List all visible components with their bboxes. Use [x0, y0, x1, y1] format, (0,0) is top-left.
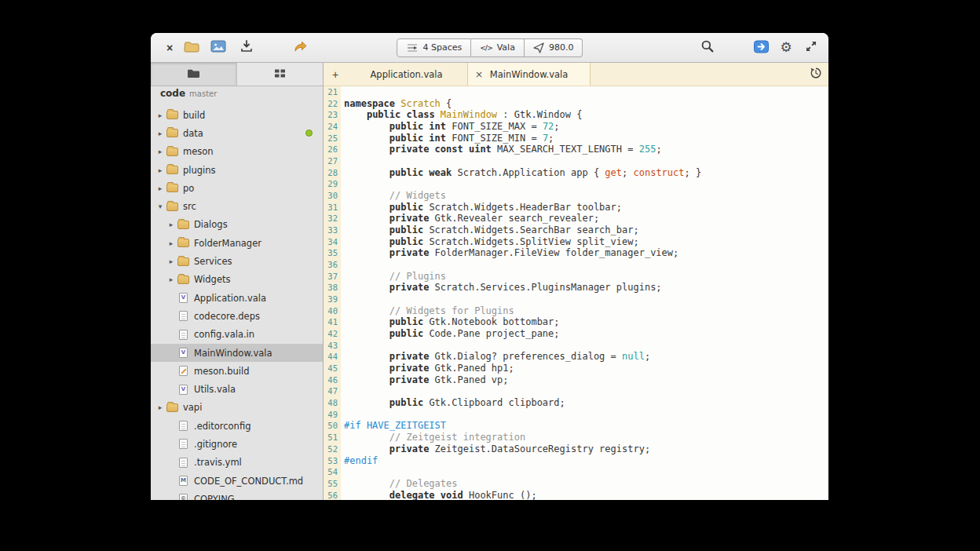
chevron-right-icon[interactable]: ▸	[155, 148, 165, 155]
chevron-down-icon[interactable]: ▾	[155, 203, 165, 210]
save-as-button[interactable]	[236, 37, 258, 58]
chevron-right-icon[interactable]: ▸	[155, 166, 165, 174]
build-file-icon	[179, 366, 188, 376]
code-text: public Gtk.Clipboard clipboard;	[341, 397, 565, 409]
line-number: 33	[324, 224, 341, 236]
chevron-right-icon[interactable]: ▸	[155, 111, 165, 119]
code-line: 23 public class MainWindow : Gtk.Window …	[324, 109, 828, 121]
settings-button[interactable]: ⚙	[775, 37, 797, 58]
tree-item--travis-yml[interactable]: .travis.yml	[151, 454, 323, 472]
code-line: 47	[324, 385, 828, 397]
chevron-right-icon[interactable]: ▸	[166, 221, 176, 228]
line-number: 54	[324, 466, 341, 478]
code-view[interactable]: 2122namespace Scratch {23 public class M…	[324, 86, 828, 500]
text-file-icon	[179, 439, 188, 449]
tree-item-services[interactable]: ▸Services	[151, 252, 323, 270]
save-download-icon	[240, 39, 254, 56]
photo-icon	[210, 40, 226, 55]
sidebar: code master ▸build▸data▸meson▸plugins▸po…	[151, 63, 324, 500]
folder-icon	[177, 276, 189, 284]
tree-item-build[interactable]: ▸build	[151, 106, 323, 124]
tree-item--editorconfig[interactable]: .editorconfig	[151, 417, 323, 435]
close-button[interactable]: ×	[159, 37, 181, 58]
chevron-right-icon[interactable]: ▸	[155, 184, 165, 192]
tree-item-application-vala[interactable]: VApplication.vala	[151, 289, 323, 307]
export-button[interactable]	[750, 37, 772, 58]
chevron-right-icon[interactable]: ▸	[166, 276, 176, 283]
tree-item-widgets[interactable]: ▸Widgets	[151, 271, 323, 289]
code-line: 46 private Gtk.Paned vp;	[324, 374, 828, 386]
share-arrow-icon	[293, 40, 308, 56]
code-text	[341, 340, 344, 352]
text-file-icon	[179, 330, 188, 340]
tree-item-codecore-deps[interactable]: codecore.deps	[151, 307, 323, 325]
tree-item-label: Services	[194, 256, 232, 267]
tree-item-label: FolderManager	[194, 238, 261, 249]
tree-item-mainwindow-vala[interactable]: VMainWindow.vala	[151, 344, 323, 362]
code-line: 22namespace Scratch {	[324, 98, 828, 110]
chevron-right-icon[interactable]: ▸	[155, 130, 165, 137]
tree-item-code-of-conduct-md[interactable]: MCODE_OF_CONDUCT.md	[151, 472, 323, 490]
code-text: // Plugins	[341, 271, 446, 283]
tree-item-plugins[interactable]: ▸plugins	[151, 161, 323, 179]
tree-item-label: COPYING	[194, 494, 235, 500]
markdown-file-icon: M	[179, 476, 188, 486]
tree-item-utils-vala[interactable]: VUtils.vala	[151, 380, 323, 398]
goto-icon	[533, 42, 544, 53]
tree-item-label: .editorconfig	[194, 421, 250, 432]
tree-item-src[interactable]: ▾src	[151, 197, 323, 215]
open-folder-button[interactable]	[181, 37, 203, 58]
tree-item-config-vala-in[interactable]: config.vala.in	[151, 326, 323, 344]
chevron-right-icon[interactable]: ▸	[166, 257, 176, 265]
outline-grid-icon	[274, 67, 286, 82]
tree-item-meson-build[interactable]: meson.build	[151, 362, 323, 380]
tab-mainwindow-vala[interactable]: × MainWindow.vala	[467, 63, 591, 86]
line-number: 26	[324, 144, 341, 155]
tree-item-copying[interactable]: ©COPYING	[151, 490, 323, 500]
fullscreen-button[interactable]	[800, 37, 822, 58]
sidebar-tab-files[interactable]	[151, 63, 237, 86]
goto-line-button[interactable]: 980.0	[525, 38, 583, 57]
tree-item-dialogs[interactable]: ▸Dialogs	[151, 216, 323, 234]
line-number: 35	[324, 247, 341, 259]
language-button[interactable]: </> Vala	[471, 38, 525, 57]
new-tab-button[interactable]: +	[325, 63, 346, 86]
search-button[interactable]	[697, 37, 719, 58]
sidebar-tab-outline[interactable]	[237, 63, 323, 86]
folder-icon	[166, 166, 178, 174]
project-header[interactable]: code master	[151, 86, 323, 106]
tab-label: Application.vala	[370, 69, 442, 80]
vala-file-icon: V	[179, 293, 188, 303]
chevron-right-icon[interactable]: ▸	[155, 403, 165, 411]
close-tab-icon[interactable]: ×	[475, 69, 483, 80]
indent-width-button[interactable]: 4 Spaces	[397, 38, 472, 57]
code-text: public int FONT_SIZE_MAX = 72;	[341, 121, 560, 133]
tab-application-vala[interactable]: Application.vala	[346, 63, 467, 86]
code-text	[341, 178, 344, 190]
templates-button[interactable]	[207, 37, 229, 58]
code-editor-window: ×	[151, 33, 828, 500]
line-number: 45	[324, 363, 341, 374]
line-number: 52	[324, 443, 341, 455]
tree-item-label: meson.build	[194, 366, 250, 377]
code-line: 31 public Scratch.Widgets.HeaderBar tool…	[324, 202, 828, 213]
tree-item-vapi[interactable]: ▸vapi	[151, 399, 323, 417]
tree-item-foldermanager[interactable]: ▸FolderManager	[151, 234, 323, 252]
tree-item-label: meson	[183, 146, 214, 157]
folder-icon	[166, 203, 178, 211]
code-text: public Scratch.Widgets.HeaderBar toolbar…	[341, 202, 622, 213]
tree-item-label: plugins	[183, 165, 216, 176]
tree-item-po[interactable]: ▸po	[151, 179, 323, 197]
code-line: 56 delegate void HookFunc ();	[324, 490, 828, 500]
tree-item-meson[interactable]: ▸meson	[151, 143, 323, 161]
code-line: 24 public int FONT_SIZE_MAX = 72;	[324, 121, 828, 133]
share-button[interactable]	[289, 37, 311, 58]
indent-label: 4 Spaces	[423, 42, 463, 53]
history-button[interactable]	[803, 63, 828, 86]
tree-item-data[interactable]: ▸data	[151, 124, 323, 142]
chevron-right-icon[interactable]: ▸	[166, 239, 176, 247]
line-number: 47	[324, 385, 341, 397]
tree-item--gitignore[interactable]: .gitignore	[151, 435, 323, 453]
tab-label: MainWindow.vala	[490, 69, 569, 80]
text-file-icon	[179, 421, 188, 431]
